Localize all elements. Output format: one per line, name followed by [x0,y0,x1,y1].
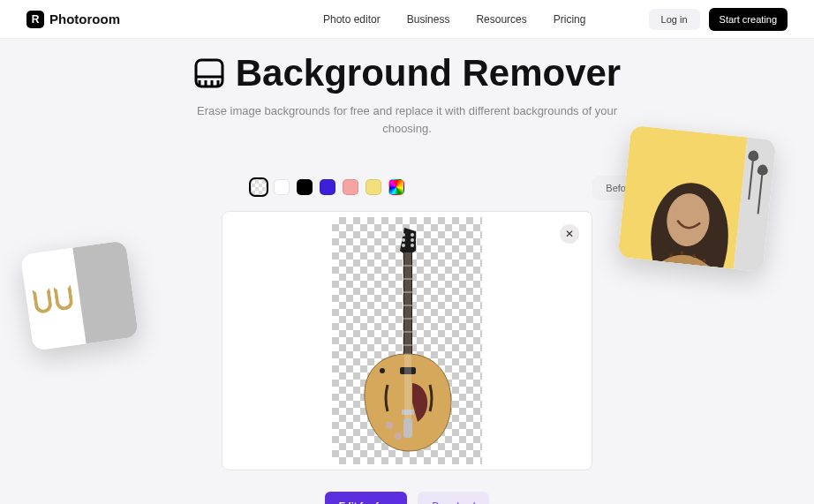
background-swatches [251,179,404,195]
editor-toolbar: Before After [124,179,690,195]
svg-point-9 [411,233,414,237]
nav-business[interactable]: Business [407,13,450,26]
swatch-pink[interactable] [343,179,358,195]
svg-rect-21 [403,418,412,438]
logo-mark-icon: R [26,11,44,28]
result-canvas[interactable] [332,217,482,464]
page-title: Background Remover [0,55,814,92]
swatch-white[interactable] [274,179,290,195]
earring-icon [33,288,54,315]
svg-point-24 [395,433,402,440]
swatch-blue[interactable] [320,179,335,195]
decorative-card-earrings [20,240,139,351]
svg-point-7 [402,238,405,242]
svg-rect-20 [402,410,414,415]
page-subtitle: Erase image backgrounds for free and rep… [195,102,619,137]
top-nav: Photo editor Business Resources Pricing [323,13,585,26]
swatch-rainbow[interactable] [388,179,404,195]
header-actions: Log in Start creating [649,8,788,31]
background-remover-icon [193,57,225,89]
svg-point-8 [402,244,405,247]
guitar-image [354,226,460,455]
close-button[interactable]: ✕ [560,224,579,244]
svg-point-10 [411,238,414,242]
login-button[interactable]: Log in [649,9,700,30]
svg-point-23 [386,422,393,429]
hero: Background Remover Erase image backgroun… [0,39,814,137]
swatch-yellow[interactable] [366,179,381,195]
svg-point-6 [402,233,405,237]
palm-icon [757,169,764,214]
svg-point-11 [411,244,414,247]
svg-point-25 [380,368,385,373]
swatch-black[interactable] [297,179,313,195]
nav-photo-editor[interactable]: Photo editor [323,13,381,26]
portrait-illustration [636,154,743,269]
logo[interactable]: R Photoroom [26,11,120,28]
download-button[interactable]: Download [418,492,489,504]
close-icon: ✕ [565,228,574,240]
swatch-transparent[interactable] [251,179,267,195]
start-creating-button[interactable]: Start creating [709,8,788,31]
svg-rect-22 [400,367,416,374]
nav-resources[interactable]: Resources [476,13,526,26]
result-card: ✕ [222,211,592,470]
edit-for-free-button[interactable]: Edit for free [325,492,408,504]
brand-name: Photoroom [49,11,120,26]
nav-pricing[interactable]: Pricing [554,13,586,26]
page-title-text: Background Remover [236,55,621,92]
decorative-card-portrait [618,125,777,272]
action-buttons: Edit for free Download [0,492,814,504]
palm-icon [748,155,754,199]
earring-icon [53,284,74,312]
header: R Photoroom Photo editor Business Resour… [0,0,814,39]
